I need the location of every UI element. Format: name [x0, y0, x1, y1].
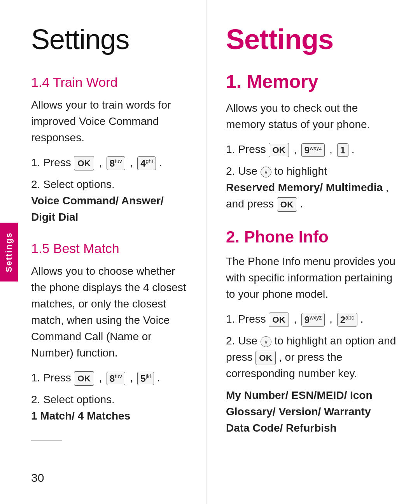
- page-number: 30: [31, 471, 44, 485]
- section-1-5-body: Allows you to choose whether the phone d…: [31, 263, 187, 361]
- section-1-4-step1: 1. Press OK , 8tuv , 4ghi .: [31, 155, 187, 171]
- section-1-4-body: Allows your to train words for improved …: [31, 97, 187, 146]
- step1-prefix-2: 1. Press OK , 8tuv , 5jkl .: [31, 370, 160, 386]
- sidebar-label: Settings: [4, 232, 14, 272]
- phone-info-step2: 2. Use to highlight an option and press …: [226, 333, 397, 382]
- phone-info-heading: 2. Phone Info: [226, 228, 397, 246]
- step2-prefix-2: 2. Select options.: [31, 393, 115, 406]
- sidebar-tab: Settings: [0, 223, 18, 281]
- right-column: Settings 1. Memory Allows you to check o…: [206, 0, 420, 504]
- section-1-4: 1.4 Train Word Allows your to train word…: [31, 75, 187, 225]
- step2-prefix: 2. Select options.: [31, 178, 115, 190]
- ok-key-r4: OK: [256, 351, 276, 365]
- step2-options-2: 1 Match/ 4 Matches: [31, 410, 130, 422]
- nav-circle-1: [261, 167, 271, 177]
- ok-key-r3: OK: [269, 313, 289, 327]
- ok-key-2: OK: [74, 371, 94, 386]
- memory-step1-content: 1. Press OK , 9wxyz , 1 .: [226, 141, 355, 158]
- section-phone-info: 2. Phone Info The Phone Info menu provid…: [226, 228, 397, 436]
- nav-circle-2: [261, 336, 271, 347]
- phone-info-step1: 1. Press OK , 9wxyz , 2abc .: [226, 311, 397, 327]
- key-4ghi: 4ghi: [137, 156, 156, 170]
- phone-info-options: My Number/ ESN/MEID/ Icon Glossary/ Vers…: [226, 387, 397, 436]
- section-1-5-heading: 1.5 Best Match: [31, 241, 187, 256]
- left-column: Settings Settings 1.4 Train Word Allows …: [0, 0, 206, 504]
- right-page-title: Settings: [226, 23, 397, 55]
- ok-key-r1: OK: [269, 143, 289, 157]
- section-1-4-heading: 1.4 Train Word: [31, 75, 187, 90]
- section-1-5-step1: 1. Press OK , 8tuv , 5jkl .: [31, 370, 187, 386]
- memory-step1: 1. Press OK , 9wxyz , 1 .: [226, 141, 397, 158]
- key-9wxyz-2: 9wxyz: [301, 313, 325, 327]
- section-1-4-step2: 2. Select options. Voice Command/ Answer…: [31, 176, 187, 225]
- key-8tuv-2: 8tuv: [107, 372, 125, 385]
- key-2abc: 2abc: [337, 313, 357, 327]
- memory-step2: 2. Use to highlight Reserved Memory/ Mul…: [226, 163, 397, 212]
- key-8tuv: 8tuv: [107, 156, 125, 170]
- key-9wxyz: 9wxyz: [301, 143, 325, 157]
- page-container: Settings Settings 1.4 Train Word Allows …: [0, 0, 420, 504]
- key-5jkl: 5jkl: [137, 372, 154, 385]
- phone-info-bold-options: My Number/ ESN/MEID/ Icon Glossary/ Vers…: [226, 387, 397, 436]
- horiz-line: [31, 440, 62, 441]
- step1-prefix: 1. Press OK , 8tuv , 4ghi .: [31, 155, 162, 171]
- step2-options: Voice Command/ Answer/ Digit Dial: [31, 195, 164, 223]
- left-page-title: Settings: [31, 23, 187, 55]
- memory-body: Allows you to check out the memory statu…: [226, 100, 397, 133]
- key-1: 1: [337, 143, 348, 157]
- ok-key-1: OK: [74, 156, 94, 170]
- section-1-5-step2: 2. Select options. 1 Match/ 4 Matches: [31, 392, 187, 424]
- memory-options: Reserved Memory/ Multimedia: [226, 181, 383, 193]
- section-1-5: 1.5 Best Match Allows you to choose whet…: [31, 241, 187, 424]
- phone-info-step1-content: 1. Press OK , 9wxyz , 2abc .: [226, 311, 363, 327]
- phone-info-body: The Phone Info menu provides you with sp…: [226, 253, 397, 302]
- section-memory: 1. Memory Allows you to check out the me…: [226, 71, 397, 212]
- ok-key-r2: OK: [277, 197, 297, 212]
- memory-heading: 1. Memory: [226, 71, 397, 92]
